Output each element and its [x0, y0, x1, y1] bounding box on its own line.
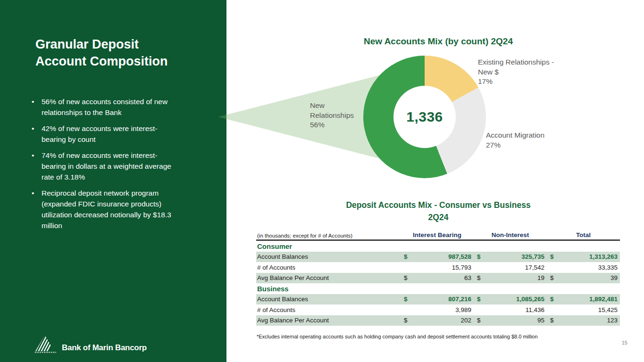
- dollar-sign: $: [404, 274, 408, 281]
- logo-text: Bank of Marin Bancorp: [62, 343, 147, 353]
- section-row-business: Business: [256, 283, 620, 294]
- dollar-sign: $: [404, 253, 408, 260]
- slide: Granular Deposit Account Composition 56%…: [0, 0, 644, 362]
- table-row: # of Accounts 3,989 11,436 15,425: [256, 304, 620, 315]
- table-row: Avg Balance Per Account $63 $19 $39: [256, 273, 620, 284]
- table-title-line2: 2Q24: [428, 213, 449, 222]
- dollar-sign: $: [550, 253, 554, 260]
- bullet-item: 74% of new accounts were interest- beari…: [30, 150, 211, 182]
- col-header-non-interest: Non-Interest: [474, 231, 547, 239]
- footnote: *Excludes internal operating accounts su…: [257, 334, 615, 339]
- bullet-item: 56% of new accounts consisted of new rel…: [30, 96, 211, 118]
- table-row: # of Accounts 15,793 17,542 33,335: [256, 262, 620, 273]
- dollar-sign: $: [550, 296, 554, 303]
- table-row: Account Balances $807,216 $1,085,265 $1,…: [256, 294, 620, 305]
- deposit-table: (in thousands; except for # of Accounts)…: [256, 230, 620, 326]
- dollar-sign: $: [550, 274, 554, 281]
- table-title-line1: Deposit Accounts Mix - Consumer vs Busin…: [346, 200, 530, 210]
- table-title: Deposit Accounts Mix - Consumer vs Busin…: [256, 199, 620, 223]
- label-existing-relationships: Existing Relationships - New $ 17%: [478, 58, 554, 87]
- col-header-interest-bearing: Interest Bearing: [401, 231, 474, 239]
- dollar-sign: $: [404, 296, 408, 303]
- slide-title: Granular Deposit Account Composition: [35, 36, 196, 70]
- page-number: 15: [613, 340, 627, 346]
- donut-hole: 1,336: [393, 86, 456, 148]
- sidebar: Granular Deposit Account Composition 56%…: [0, 0, 226, 362]
- dollar-sign: $: [404, 317, 408, 324]
- dollar-sign: $: [477, 274, 481, 281]
- donut-chart-title: New Accounts Mix (by count) 2Q24: [256, 36, 620, 47]
- bullet-list: 56% of new accounts consisted of new rel…: [30, 96, 211, 236]
- dollar-sign: $: [477, 296, 481, 303]
- donut-center-value: 1,336: [406, 109, 443, 125]
- bullet-item: 42% of new accounts were interest- beari…: [30, 123, 211, 145]
- donut-chart: 1,336: [363, 56, 486, 178]
- label-new-relationships: New Relationships 56%: [310, 101, 354, 130]
- col-header-total: Total: [547, 231, 620, 239]
- section-row-consumer: Consumer: [256, 241, 620, 252]
- table-row: Avg Balance Per Account $202 $95 $123: [256, 315, 620, 326]
- dollar-sign: $: [477, 253, 481, 260]
- table-header-row: (in thousands; except for # of Accounts)…: [256, 230, 620, 241]
- table-row: Account Balances $987,528 $325,735 $1,31…: [256, 252, 620, 263]
- dollar-sign: $: [550, 317, 554, 324]
- mountain-logo-icon: [33, 335, 58, 354]
- table-unit-note: (in thousands; except for # of Accounts): [256, 233, 401, 239]
- label-account-migration: Account Migration 27%: [486, 131, 544, 150]
- dollar-sign: $: [477, 317, 481, 324]
- bank-logo: Bank of Marin Bancorp: [33, 335, 147, 354]
- bullet-item: Reciprocal deposit network program (expa…: [30, 188, 211, 231]
